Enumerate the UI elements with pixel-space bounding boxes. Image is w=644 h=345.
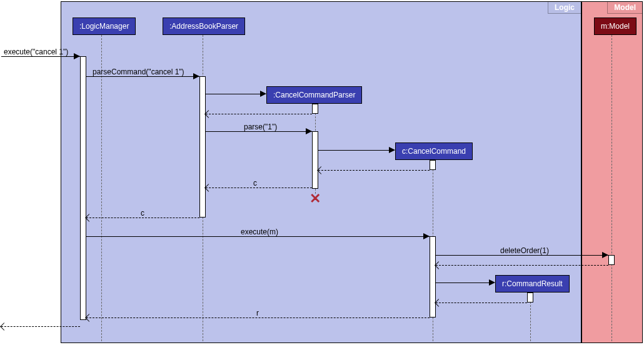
sequence-diagram: Logic Model :LogicManager :AddressBookPa…	[0, 0, 644, 345]
activation-command-result	[527, 292, 533, 302]
msg-parse-command: parseCommand("cancel 1")	[93, 68, 184, 76]
arrow-execute-m	[86, 236, 430, 237]
msg-return-c2: c	[141, 209, 144, 218]
arrowhead-delete-order	[602, 252, 608, 258]
activation-model	[608, 255, 615, 265]
arrow-return-c2	[86, 218, 199, 218]
participant-logic-manager: :LogicManager	[73, 18, 136, 35]
arrow-create-result-return	[436, 302, 527, 303]
arrow-return-c1	[206, 188, 312, 188]
model-frame-title: Model	[607, 2, 642, 14]
model-frame: Model	[581, 1, 643, 343]
msg-return-c1: c	[253, 179, 257, 188]
participant-cancel-command: c:CancelCommand	[395, 142, 473, 160]
msg-delete-order: deleteOrder(1)	[500, 246, 549, 255]
msg-execute-m: execute(m)	[241, 228, 278, 236]
arrowhead-parse-command	[193, 73, 199, 79]
arrow-execute-entry	[1, 56, 80, 57]
arrowhead-return-external	[0, 322, 8, 331]
activation-cancel-command-execute	[430, 236, 436, 318]
arrow-parse	[206, 131, 312, 132]
activation-address-book-parser	[199, 76, 206, 218]
participant-cancel-command-parser: :CancelCommandParser	[266, 86, 362, 104]
arrow-create-result	[436, 282, 495, 283]
arrowhead-create-cmd	[389, 147, 395, 153]
activation-cancel-command-parser-parse	[312, 131, 318, 189]
arrow-return-external	[1, 326, 80, 327]
arrowhead-create-parser	[260, 91, 266, 97]
arrow-return-r	[86, 318, 430, 318]
arrowhead-parse	[306, 128, 312, 134]
arrow-create-cmd-return	[318, 170, 430, 171]
arrow-create-cmd	[318, 150, 395, 151]
arrow-parse-command	[86, 76, 199, 77]
participant-address-book-parser: :AddressBookParser	[163, 18, 245, 35]
logic-frame-title: Logic	[548, 2, 581, 14]
arrowhead-execute-entry	[74, 53, 80, 59]
activation-cancel-command-create	[430, 160, 436, 170]
arrowhead-execute-m	[423, 233, 430, 239]
activation-cancel-command-parser-create	[312, 104, 318, 114]
lifeline-model	[611, 35, 612, 341]
arrow-delete-order-return	[436, 265, 608, 266]
arrowhead-create-result	[489, 279, 495, 286]
msg-return-r: r	[256, 309, 259, 318]
arrow-delete-order	[436, 255, 608, 256]
msg-parse: parse("1")	[244, 122, 277, 131]
participant-command-result: r:CommandResult	[495, 275, 570, 292]
activation-logic-manager	[80, 56, 86, 320]
arrow-create-parser	[206, 94, 266, 94]
arrow-create-parser-return	[206, 114, 312, 114]
destroy-icon: ✕	[309, 191, 321, 207]
participant-model: m:Model	[594, 18, 636, 35]
msg-execute-entry: execute("cancel 1")	[4, 48, 68, 56]
lifeline-logic-manager	[101, 35, 102, 341]
